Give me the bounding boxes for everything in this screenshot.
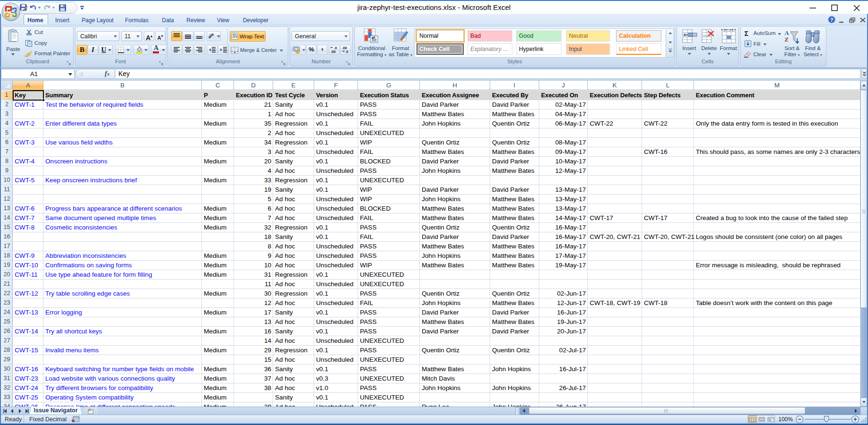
svg-text:.00: .00 xyxy=(331,50,335,54)
svg-text:A: A xyxy=(785,29,789,36)
svg-text:?: ? xyxy=(830,17,833,23)
svg-text:Z: Z xyxy=(785,36,789,43)
svg-text:.0: .0 xyxy=(345,50,348,54)
svg-text:a: a xyxy=(234,49,236,54)
